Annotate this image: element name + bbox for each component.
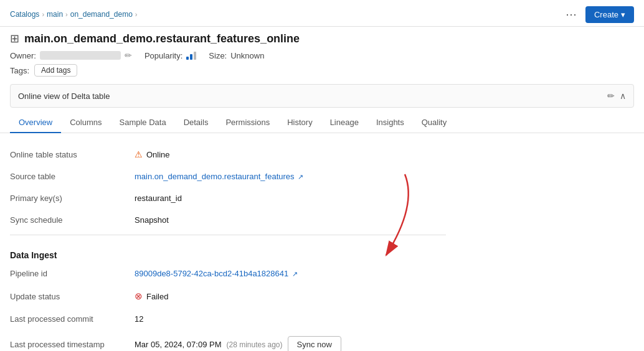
fail-icon: ⊗ — [135, 291, 143, 302]
sync-schedule-label: Sync schedule — [10, 209, 135, 231]
bar-3 — [194, 52, 196, 60]
owner-value — [40, 51, 121, 60]
pipeline-id-label: Pipeline id — [10, 263, 135, 284]
primary-key-label: Primary key(s) — [10, 187, 135, 209]
info-grid: Online table status ⚠ Online Source tabl… — [10, 143, 446, 351]
bar-2 — [190, 54, 192, 60]
bar-1 — [186, 57, 189, 60]
online-status-value: ⚠ Online — [135, 143, 446, 166]
pipeline-external-icon: ↗ — [292, 270, 298, 278]
primary-key-value: restaurant_id — [135, 187, 446, 209]
timestamp-ago: (28 minutes ago) — [226, 340, 282, 349]
breadcrumb-catalogs[interactable]: Catalogs — [10, 10, 39, 19]
data-ingest-title: Data Ingest — [10, 243, 446, 263]
tab-sample-data[interactable]: Sample Data — [110, 113, 174, 133]
warning-icon: ⚠ — [135, 149, 143, 159]
timestamp-main: Mar 05, 2024, 07:09 PM — [135, 340, 221, 349]
tabs-bar: Overview Columns Sample Data Details Per… — [0, 113, 644, 133]
fail-text: Failed — [146, 292, 168, 301]
last-commit-value: 12 — [135, 308, 446, 330]
add-tags-button[interactable]: Add tags — [34, 64, 77, 77]
tab-columns[interactable]: Columns — [61, 113, 110, 133]
tab-lineage[interactable]: Lineage — [321, 113, 367, 133]
more-options-button[interactable]: ⋯ — [562, 5, 580, 24]
last-commit-label: Last processed commit — [10, 308, 135, 330]
source-table-key: Source table — [10, 166, 135, 187]
tab-details[interactable]: Details — [175, 113, 217, 133]
section-divider — [10, 235, 446, 235]
sync-schedule-value: Snapshot — [135, 209, 446, 231]
update-status-label: Update status — [10, 286, 135, 307]
description-box: Online view of Delta table ✏ ∧ — [10, 84, 634, 108]
source-table-external-icon: ↗ — [298, 173, 303, 180]
content-area: Online table status ⚠ Online Source tabl… — [0, 133, 644, 351]
update-status-value: ⊗ Failed — [135, 284, 446, 308]
description-edit-button[interactable]: ✏ — [607, 91, 615, 101]
online-status-key: Online table status — [10, 144, 135, 166]
last-timestamp-value: Mar 05, 2024, 07:09 PM (28 minutes ago) … — [135, 330, 446, 351]
size-field: Size: Unknown — [209, 51, 264, 60]
size-value: Unknown — [230, 51, 264, 60]
owner-edit-icon[interactable]: ✏ — [125, 50, 132, 60]
pipeline-id-value: 89009de8-5792-42ca-bcd2-41b4a1828641 ↗ — [135, 263, 446, 284]
breadcrumb-on-demand-demo[interactable]: on_demand_demo — [70, 10, 133, 19]
table-icon: ⊞ — [10, 32, 19, 45]
tab-history[interactable]: History — [278, 113, 321, 133]
pipeline-id-link[interactable]: 89009de8-5792-42ca-bcd2-41b4a1828641 — [135, 269, 288, 278]
create-button[interactable]: Create ▾ — [585, 6, 634, 23]
tab-quality[interactable]: Quality — [413, 113, 455, 133]
breadcrumb-main[interactable]: main — [47, 10, 63, 19]
popularity-field: Popularity: — [144, 51, 196, 60]
page-title: main.on_demand_demo.restaurant_features_… — [24, 32, 300, 45]
tab-overview[interactable]: Overview — [10, 113, 61, 133]
tab-permissions[interactable]: Permissions — [217, 113, 278, 133]
tab-insights[interactable]: Insights — [367, 113, 413, 133]
source-table-value: main.on_demand_demo.restaurant_features … — [135, 166, 446, 187]
source-table-link[interactable]: main.on_demand_demo.restaurant_features — [135, 172, 295, 181]
last-timestamp-label: Last processed timestamp — [10, 334, 135, 351]
tags-label: Tags: — [10, 66, 29, 75]
sync-now-button[interactable]: Sync now — [288, 336, 341, 351]
description-collapse-button[interactable]: ∧ — [620, 91, 626, 101]
breadcrumb: Catalogs › main › on_demand_demo › — [10, 10, 137, 19]
status-text: Online — [146, 150, 170, 159]
description-text: Online view of Delta table — [18, 91, 110, 101]
popularity-bars — [186, 51, 196, 60]
owner-field: Owner: ✏ — [10, 50, 132, 60]
